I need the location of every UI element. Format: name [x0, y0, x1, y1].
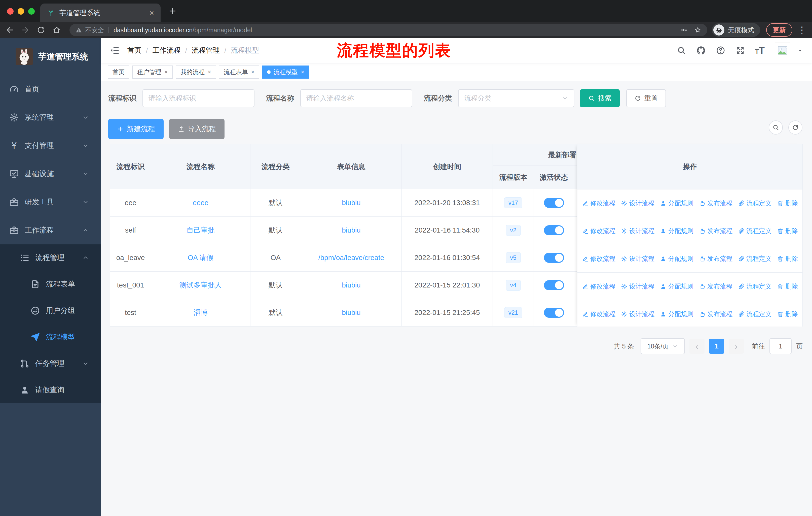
active-toggle[interactable] [544, 198, 564, 208]
tag-close-icon[interactable]: × [251, 69, 255, 75]
reload-icon[interactable] [37, 26, 45, 34]
zoom-window-button[interactable] [28, 8, 35, 15]
reset-button[interactable]: 重置 [626, 89, 666, 107]
action-design-process[interactable]: 设计流程 [621, 282, 655, 291]
action-edit-process[interactable]: 修改流程 [582, 227, 615, 235]
next-page-button[interactable]: › [729, 338, 744, 354]
fontsize-icon[interactable]: TT [755, 45, 765, 56]
action-design-process[interactable]: 设计流程 [621, 310, 655, 318]
help-icon[interactable] [716, 46, 725, 55]
action-assign-rule[interactable]: 分配规则 [660, 227, 693, 235]
browser-menu-icon[interactable]: ⋮ [798, 25, 807, 35]
process-name-link[interactable]: OA 请假 [188, 254, 214, 262]
sidebar-item-process-mgmt[interactable]: 流程管理 [0, 244, 101, 271]
action-publish-process[interactable]: 发布流程 [699, 254, 732, 263]
bookmark-star-icon[interactable] [694, 26, 701, 33]
page-size-select[interactable]: 10条/页 [641, 338, 685, 354]
action-publish-process[interactable]: 发布流程 [699, 282, 732, 291]
action-publish-process[interactable]: 发布流程 [699, 227, 732, 235]
action-design-process[interactable]: 设计流程 [621, 254, 655, 263]
form-info-link[interactable]: biubiu [342, 226, 361, 234]
current-page-button[interactable]: 1 [709, 338, 724, 354]
sidebar-item-payment[interactable]: ¥支付管理 [0, 132, 101, 160]
process-name-input[interactable] [300, 89, 412, 107]
action-assign-rule[interactable]: 分配规则 [660, 199, 693, 207]
forward-icon[interactable] [21, 26, 30, 34]
action-process-definition[interactable]: 流程定义 [738, 254, 772, 263]
password-key-icon[interactable] [680, 26, 688, 33]
category-select[interactable]: 流程分类 [458, 89, 574, 107]
sidebar-item-system[interactable]: 系统管理 [0, 103, 101, 132]
tag-close-icon[interactable]: × [164, 69, 168, 75]
sidebar-item-home[interactable]: 首页 [0, 75, 101, 103]
import-process-button[interactable]: 导入流程 [169, 119, 225, 139]
action-process-definition[interactable]: 流程定义 [738, 227, 772, 235]
active-toggle[interactable] [544, 253, 564, 263]
process-name-link[interactable]: eeee [193, 199, 208, 207]
avatar-caret-icon[interactable] [797, 47, 804, 54]
breadcrumb-item[interactable]: 首页 [127, 46, 141, 55]
tag-close-icon[interactable]: × [301, 69, 304, 75]
action-process-definition[interactable]: 流程定义 [738, 310, 772, 318]
form-info-link[interactable]: /bpm/oa/leave/create [318, 254, 384, 262]
url-bar[interactable]: 不安全 dashboard.yudao.iocoder.cn /bpm/mana… [69, 24, 707, 36]
fullscreen-icon[interactable] [735, 46, 745, 55]
process-name-link[interactable]: 测试多审批人 [179, 281, 222, 289]
tag-tenant[interactable]: 租户管理× [133, 65, 173, 79]
sidebar-item-infra[interactable]: 基础设施 [0, 160, 101, 188]
app-logo[interactable]: 芋道管理系统 [0, 38, 101, 66]
action-design-process[interactable]: 设计流程 [621, 199, 655, 207]
form-info-link[interactable]: biubiu [342, 309, 361, 317]
sidebar-item-process-form[interactable]: 流程表单 [0, 271, 101, 297]
action-delete[interactable]: 删除 [777, 199, 798, 207]
active-toggle[interactable] [544, 280, 564, 290]
close-window-button[interactable] [7, 8, 13, 15]
search-icon[interactable] [676, 46, 686, 55]
create-process-button[interactable]: 新建流程 [108, 119, 164, 139]
action-assign-rule[interactable]: 分配规则 [660, 254, 693, 263]
update-button[interactable]: 更新 [766, 23, 792, 37]
goto-page-input[interactable] [770, 338, 792, 354]
tab-close-icon[interactable]: × [149, 9, 154, 17]
action-process-definition[interactable]: 流程定义 [738, 199, 772, 207]
action-edit-process[interactable]: 修改流程 [582, 310, 615, 318]
form-info-link[interactable]: biubiu [342, 199, 361, 207]
active-toggle[interactable] [544, 225, 564, 235]
sidebar-item-task-mgmt[interactable]: 任务管理 [0, 350, 101, 377]
search-button[interactable]: 搜索 [580, 89, 620, 107]
breadcrumb-item[interactable]: 流程模型 [231, 46, 259, 55]
minimize-window-button[interactable] [18, 8, 24, 15]
sidebar-item-user-group[interactable]: 用户分组 [0, 297, 101, 324]
action-publish-process[interactable]: 发布流程 [699, 310, 732, 318]
prev-page-button[interactable]: ‹ [689, 338, 704, 354]
home-icon[interactable] [52, 26, 61, 34]
action-publish-process[interactable]: 发布流程 [699, 199, 732, 207]
tag-close-icon[interactable]: × [208, 69, 211, 75]
action-assign-rule[interactable]: 分配规则 [660, 282, 693, 291]
github-icon[interactable] [696, 46, 706, 55]
process-key-input[interactable] [142, 89, 255, 107]
tag-my-process[interactable]: 我的流程× [176, 65, 216, 79]
action-delete[interactable]: 删除 [777, 310, 798, 318]
tag-process-form[interactable]: 流程表单× [219, 65, 259, 79]
breadcrumb-item[interactable]: 工作流程 [152, 46, 181, 55]
action-assign-rule[interactable]: 分配规则 [660, 310, 693, 318]
action-delete[interactable]: 删除 [777, 282, 798, 291]
sidebar-item-leave-query[interactable]: 请假查询 [0, 377, 101, 403]
action-edit-process[interactable]: 修改流程 [582, 282, 615, 291]
toggle-search-button[interactable] [769, 120, 783, 135]
process-name-link[interactable]: 滔博 [194, 309, 208, 317]
process-name-link[interactable]: 自己审批 [186, 226, 215, 234]
tag-process-model[interactable]: 流程模型× [262, 65, 309, 79]
action-delete[interactable]: 删除 [777, 227, 798, 235]
refresh-table-button[interactable] [788, 120, 803, 135]
action-design-process[interactable]: 设计流程 [621, 227, 655, 235]
form-info-link[interactable]: biubiu [342, 281, 361, 289]
avatar[interactable] [775, 43, 790, 58]
sidebar-item-process-model[interactable]: 流程模型 [0, 324, 101, 350]
active-toggle[interactable] [544, 308, 564, 318]
action-edit-process[interactable]: 修改流程 [582, 254, 615, 263]
breadcrumb-item[interactable]: 流程管理 [192, 46, 220, 55]
back-icon[interactable] [5, 26, 14, 34]
sidebar-item-workflow[interactable]: 工作流程 [0, 216, 101, 244]
